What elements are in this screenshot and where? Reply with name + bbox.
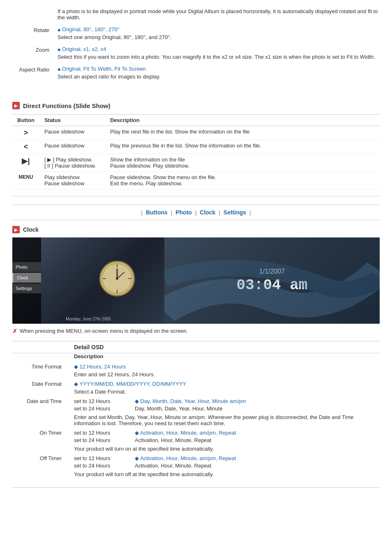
- nav-sep-0: |: [141, 210, 143, 216]
- aspect-ratio-row: Aspect Ratio Original, Fit To Width, Fit…: [12, 66, 380, 80]
- direct-functions-header: ▶ Direct Functions (Slide Show): [12, 102, 380, 109]
- zoom-content: Original, x1, x2, x4 Select this if you …: [58, 46, 380, 60]
- rotate-row: Rotate Original, 90°, 180°, 270° Select …: [12, 26, 380, 40]
- menu-panel: Photo Clock Settings: [12, 237, 41, 324]
- aspect-ratio-label: Aspect Ratio: [12, 66, 58, 73]
- clock-section-icon: ▶: [12, 226, 20, 233]
- rotate-bullet: Original, 90°, 180°, 270°: [58, 26, 380, 32]
- analog-clock-display: [99, 260, 136, 298]
- osd-sub-title: Description: [70, 353, 380, 362]
- menu-item-settings: Settings: [12, 283, 41, 293]
- nav-link-photo[interactable]: Photo: [175, 209, 192, 216]
- screenshot-right: 1/1/2007 03:04 am: [164, 237, 380, 324]
- menu-item-clock: Clock: [12, 273, 41, 283]
- direct-functions-table: Button Status Description > Pause slides…: [12, 114, 380, 189]
- btn-prev: <: [12, 140, 39, 154]
- osd-col-detail: Detail OSD: [70, 341, 380, 353]
- zoom-label: Zoom: [12, 46, 58, 53]
- desc-prev: Play the previous file in the list. Show…: [105, 140, 380, 154]
- nav-link-clock[interactable]: Clock: [200, 209, 215, 216]
- zoom-bullet: Original, x1, x2, x4: [58, 46, 380, 52]
- osd-row-time-format: Time Format ◆ 12 Hours, 24 Hours Enter a…: [12, 362, 380, 379]
- rotate-content: Original, 90°, 180°, 270° Select one amo…: [58, 26, 380, 40]
- time-format-bullet: ◆ 12 Hours, 24 Hours: [74, 364, 376, 370]
- date-time-content: set to 12 Hours ◆ Day, Month, Date, Year…: [70, 396, 380, 428]
- nav-link-buttons[interactable]: Buttons: [146, 209, 168, 216]
- section-divider: [12, 196, 380, 196]
- warning-note: ✗ When pressing the MENU, on-screen menu…: [12, 328, 380, 334]
- direct-functions-icon: ▶: [12, 102, 20, 109]
- osd-table: Detail OSD Description Time Format ◆ 12 …: [12, 341, 380, 479]
- date-bottom-text: Monday, June 27th 2005: [12, 317, 164, 321]
- off-timer-label-12: set to 12 Hours: [74, 455, 131, 461]
- aspect-ratio-content: Original, Fit To Width, Fit To Screen Se…: [58, 66, 380, 80]
- clock-section-title: Clock: [23, 226, 39, 233]
- date-time-row-12: set to 12 Hours ◆ Day, Month, Date, Year…: [74, 398, 376, 404]
- date-time-sub-rows: set to 12 Hours ◆ Day, Month, Date, Year…: [74, 398, 376, 412]
- col-header-status: Status: [39, 115, 105, 126]
- date-time-value-12: ◆ Day, Month, Date, Year, Hour, Minute a…: [135, 398, 246, 404]
- btn-playpause: ▶|: [12, 154, 39, 172]
- zoom-row: Zoom Original, x1, x2, x4 Select this if…: [12, 46, 380, 60]
- status-prev: Pause slideshow: [39, 140, 105, 154]
- osd-sub-header-row: Description: [12, 353, 380, 362]
- aspect-ratio-bullet: Original, Fit To Width, Fit To Screen: [58, 66, 380, 72]
- top-settings-section: If a photo is to be displayed in portrai…: [12, 4, 380, 94]
- svg-point-8: [116, 277, 118, 280]
- date-time-label: Date and Time: [12, 396, 70, 428]
- status-playpause: [ ▶ ] Play slideshow. [ II ] Pause slide…: [39, 154, 105, 172]
- osd-row-date-format: Date Format ◆ YYYY/MM/DD, MM/DD/YYYY, DD…: [12, 379, 380, 396]
- off-timer-value-24: Activation, Hour, Minute, Repeat: [135, 463, 211, 469]
- date-time-label-12: set to 12 Hours: [74, 398, 131, 404]
- col-header-description: Description: [105, 115, 380, 126]
- col-header-button: Button: [12, 115, 39, 126]
- table-row: MENU Play slideshow Pause slideshow Paus…: [12, 172, 380, 189]
- off-timer-sub-rows: set to 12 Hours ◆ Activation, Hour, Minu…: [74, 455, 376, 469]
- nav-sep-1: |: [171, 210, 172, 216]
- on-timer-content: set to 12 Hours ◆ Activation, Hour, Minu…: [70, 428, 380, 454]
- date-format-desc: Select a Date Format.: [74, 389, 376, 395]
- date-time-label-24: set to 24 Hours: [74, 405, 131, 412]
- warning-icon: ✗: [12, 328, 17, 334]
- date-format-label: Date Format: [12, 379, 70, 396]
- on-timer-label: On Timer: [12, 428, 70, 454]
- off-timer-label-24: set to 24 Hours: [74, 463, 131, 469]
- on-timer-sub-rows: set to 12 Hours ◆ Activation, Hour, Minu…: [74, 430, 376, 443]
- table-row: ▶| [ ▶ ] Play slideshow. [ II ] Pause sl…: [12, 154, 380, 172]
- osd-row-off-timer: Off Timer set to 12 Hours ◆ Activation, …: [12, 454, 380, 479]
- zoom-desc: Select this if you want to zoom into a p…: [58, 54, 380, 60]
- time-format-desc: Enter and set 12 Hours, 24 Hours.: [74, 371, 376, 378]
- table-header-row: Button Status Description: [12, 115, 380, 126]
- off-timer-row-12: set to 12 Hours ◆ Activation, Hour, Minu…: [74, 455, 376, 461]
- nav-sep-4: |: [249, 210, 251, 216]
- nav-sep-2: |: [195, 210, 196, 216]
- date-time-row-24: set to 24 Hours Day, Month, Date, Year, …: [74, 405, 376, 412]
- time-format-label: Time Format: [12, 362, 70, 379]
- rotate-label: Rotate: [12, 26, 58, 33]
- table-row: < Pause slideshow Play the previous file…: [12, 140, 380, 154]
- osd-col-label: [12, 341, 70, 353]
- desc-next: Play the next file in the list. Show the…: [105, 126, 380, 140]
- desc-menu: Pause slideshow. Show the menu on the fi…: [105, 172, 380, 189]
- date-format-content: ◆ YYYY/MM/DD, MM/DD/YYYY, DD/MM/YYYY Sel…: [70, 379, 380, 396]
- menu-item-photo: Photo: [12, 262, 41, 272]
- time-format-content: ◆ 12 Hours, 24 Hours Enter and set 12 Ho…: [70, 362, 380, 379]
- btn-next: >: [12, 126, 39, 140]
- clock-section-header: ▶ Clock: [12, 226, 380, 233]
- on-timer-row-24: set to 24 Hours Activation, Hour, Minute…: [74, 437, 376, 443]
- clock-screenshots: Photo Clock Settings: [12, 237, 380, 324]
- date-time-value-24: Day, Month, Date, Year, Hour, Minute: [135, 405, 223, 412]
- off-timer-value-12: ◆ Activation, Hour, Minute, am/pm, Repea…: [135, 455, 236, 461]
- on-timer-label-24: set to 24 Hours: [74, 437, 131, 443]
- desc-playpause: Show the information on the file Pause s…: [105, 154, 380, 172]
- on-timer-value-12: ◆ Activation, Hour, Minute, am/pm, Repea…: [135, 430, 236, 436]
- nav-sep-3: |: [219, 210, 220, 216]
- off-timer-note: Your product will turn off at the specif…: [74, 471, 376, 477]
- table-row: > Pause slideshow Play the next file in …: [12, 126, 380, 140]
- bottom-divider: [12, 487, 380, 488]
- date-format-bullet: ◆ YYYY/MM/DD, MM/DD/YYYY, DD/MM/YYYY: [74, 381, 376, 387]
- status-next: Pause slideshow: [39, 126, 105, 140]
- osd-row-date-time: Date and Time set to 12 Hours ◆ Day, Mon…: [12, 396, 380, 428]
- nav-link-settings[interactable]: Settings: [224, 209, 246, 216]
- aspect-ratio-desc: Select an aspect ratio for images to dis…: [58, 74, 380, 80]
